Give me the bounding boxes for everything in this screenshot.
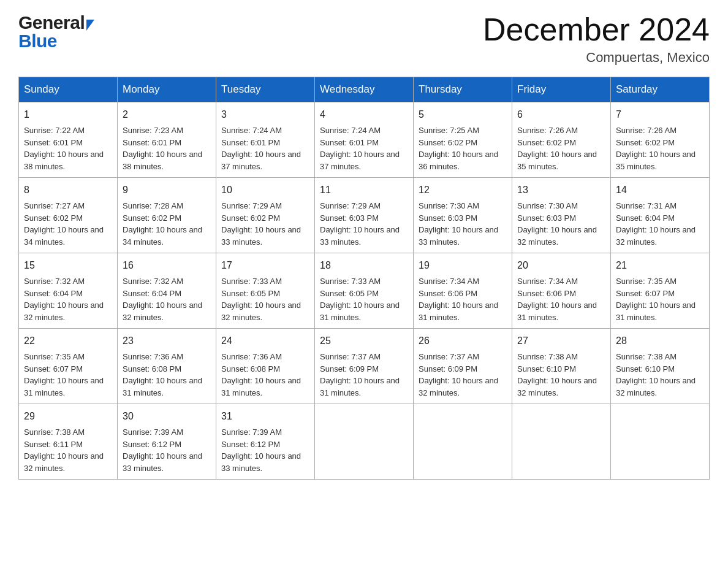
day-number: 15 (24, 258, 112, 273)
calendar-cell: 8 Sunrise: 7:27 AMSunset: 6:02 PMDayligh… (19, 178, 118, 253)
calendar-cell (315, 404, 414, 480)
day-number: 6 (517, 107, 605, 122)
logo-text: General Blue (18, 12, 94, 52)
day-number: 18 (320, 258, 408, 273)
calendar-cell: 3 Sunrise: 7:24 AMSunset: 6:01 PMDayligh… (216, 102, 315, 178)
calendar-cell: 15 Sunrise: 7:32 AMSunset: 6:04 PMDaylig… (19, 253, 118, 329)
day-info: Sunrise: 7:24 AMSunset: 6:01 PMDaylight:… (221, 126, 301, 171)
calendar-cell: 16 Sunrise: 7:32 AMSunset: 6:04 PMDaylig… (118, 253, 216, 329)
calendar-cell: 13 Sunrise: 7:30 AMSunset: 6:03 PMDaylig… (512, 178, 611, 253)
weekday-header-friday: Friday (512, 77, 611, 102)
day-number: 11 (320, 183, 408, 197)
calendar-week-row: 8 Sunrise: 7:27 AMSunset: 6:02 PMDayligh… (19, 178, 710, 253)
location: Compuertas, Mexico (483, 50, 710, 66)
day-info: Sunrise: 7:36 AMSunset: 6:08 PMDaylight:… (221, 352, 301, 397)
weekday-header-tuesday: Tuesday (216, 77, 315, 102)
calendar-cell (512, 404, 611, 480)
day-number: 24 (221, 334, 309, 348)
weekday-header-wednesday: Wednesday (315, 77, 414, 102)
day-number: 21 (616, 258, 704, 273)
day-info: Sunrise: 7:25 AMSunset: 6:02 PMDaylight:… (419, 126, 498, 171)
calendar-cell: 12 Sunrise: 7:30 AMSunset: 6:03 PMDaylig… (414, 178, 512, 253)
day-info: Sunrise: 7:37 AMSunset: 6:09 PMDaylight:… (320, 352, 400, 397)
day-number: 17 (221, 258, 309, 273)
day-info: Sunrise: 7:29 AMSunset: 6:02 PMDaylight:… (221, 201, 301, 247)
calendar-cell: 17 Sunrise: 7:33 AMSunset: 6:05 PMDaylig… (216, 253, 315, 329)
day-number: 30 (123, 409, 211, 424)
day-number: 7 (616, 107, 704, 122)
day-info: Sunrise: 7:38 AMSunset: 6:11 PMDaylight:… (24, 427, 104, 473)
day-info: Sunrise: 7:38 AMSunset: 6:10 PMDaylight:… (616, 352, 696, 397)
day-info: Sunrise: 7:34 AMSunset: 6:06 PMDaylight:… (419, 277, 498, 322)
day-number: 9 (123, 183, 211, 197)
day-info: Sunrise: 7:26 AMSunset: 6:02 PMDaylight:… (517, 126, 597, 171)
weekday-header-saturday: Saturday (611, 77, 710, 102)
calendar-week-row: 22 Sunrise: 7:35 AMSunset: 6:07 PMDaylig… (19, 329, 710, 404)
day-number: 3 (221, 107, 309, 122)
logo: General Blue (18, 12, 94, 52)
calendar-cell (611, 404, 710, 480)
calendar-cell: 1 Sunrise: 7:22 AMSunset: 6:01 PMDayligh… (19, 102, 118, 178)
calendar-cell: 6 Sunrise: 7:26 AMSunset: 6:02 PMDayligh… (512, 102, 611, 178)
calendar-cell: 18 Sunrise: 7:33 AMSunset: 6:05 PMDaylig… (315, 253, 414, 329)
day-number: 4 (320, 107, 408, 122)
day-info: Sunrise: 7:33 AMSunset: 6:05 PMDaylight:… (221, 277, 301, 322)
calendar-cell: 2 Sunrise: 7:23 AMSunset: 6:01 PMDayligh… (118, 102, 216, 178)
calendar-cell: 29 Sunrise: 7:38 AMSunset: 6:11 PMDaylig… (19, 404, 118, 480)
calendar-cell: 23 Sunrise: 7:36 AMSunset: 6:08 PMDaylig… (118, 329, 216, 404)
day-info: Sunrise: 7:39 AMSunset: 6:12 PMDaylight:… (221, 427, 301, 473)
day-number: 19 (419, 258, 507, 273)
day-info: Sunrise: 7:33 AMSunset: 6:05 PMDaylight:… (320, 277, 400, 322)
day-info: Sunrise: 7:32 AMSunset: 6:04 PMDaylight:… (24, 277, 104, 322)
day-info: Sunrise: 7:30 AMSunset: 6:03 PMDaylight:… (517, 201, 597, 247)
page-header: General Blue December 2024 Compuertas, M… (18, 12, 710, 66)
day-info: Sunrise: 7:31 AMSunset: 6:04 PMDaylight:… (616, 201, 696, 247)
logo-line1: General (18, 12, 94, 33)
day-number: 29 (24, 409, 112, 424)
day-number: 8 (24, 183, 112, 197)
day-number: 22 (24, 334, 112, 348)
calendar-cell: 7 Sunrise: 7:26 AMSunset: 6:02 PMDayligh… (611, 102, 710, 178)
day-number: 5 (419, 107, 507, 122)
day-number: 16 (123, 258, 211, 273)
calendar-cell: 30 Sunrise: 7:39 AMSunset: 6:12 PMDaylig… (118, 404, 216, 480)
day-info: Sunrise: 7:38 AMSunset: 6:10 PMDaylight:… (517, 352, 597, 397)
day-info: Sunrise: 7:22 AMSunset: 6:01 PMDaylight:… (24, 126, 104, 171)
day-info: Sunrise: 7:26 AMSunset: 6:02 PMDaylight:… (616, 126, 696, 171)
day-info: Sunrise: 7:32 AMSunset: 6:04 PMDaylight:… (123, 277, 202, 322)
calendar-week-row: 29 Sunrise: 7:38 AMSunset: 6:11 PMDaylig… (19, 404, 710, 480)
weekday-header-thursday: Thursday (414, 77, 512, 102)
day-number: 23 (123, 334, 211, 348)
calendar-cell: 4 Sunrise: 7:24 AMSunset: 6:01 PMDayligh… (315, 102, 414, 178)
calendar-cell: 24 Sunrise: 7:36 AMSunset: 6:08 PMDaylig… (216, 329, 315, 404)
day-info: Sunrise: 7:35 AMSunset: 6:07 PMDaylight:… (24, 352, 104, 397)
title-block: December 2024 Compuertas, Mexico (483, 12, 710, 66)
day-number: 10 (221, 183, 309, 197)
day-number: 20 (517, 258, 605, 273)
logo-triangle-icon (86, 20, 94, 31)
weekday-header-monday: Monday (118, 77, 216, 102)
calendar-cell: 5 Sunrise: 7:25 AMSunset: 6:02 PMDayligh… (414, 102, 512, 178)
calendar-cell: 20 Sunrise: 7:34 AMSunset: 6:06 PMDaylig… (512, 253, 611, 329)
calendar-cell: 26 Sunrise: 7:37 AMSunset: 6:09 PMDaylig… (414, 329, 512, 404)
day-number: 12 (419, 183, 507, 197)
day-number: 25 (320, 334, 408, 348)
logo-general: General (18, 12, 85, 33)
calendar-cell: 21 Sunrise: 7:35 AMSunset: 6:07 PMDaylig… (611, 253, 710, 329)
day-number: 26 (419, 334, 507, 348)
logo-blue: Blue (18, 31, 94, 52)
calendar-cell: 9 Sunrise: 7:28 AMSunset: 6:02 PMDayligh… (118, 178, 216, 253)
month-title: December 2024 (483, 12, 710, 47)
calendar-week-row: 15 Sunrise: 7:32 AMSunset: 6:04 PMDaylig… (19, 253, 710, 329)
day-info: Sunrise: 7:34 AMSunset: 6:06 PMDaylight:… (517, 277, 597, 322)
day-number: 28 (616, 334, 704, 348)
day-number: 27 (517, 334, 605, 348)
calendar-cell: 31 Sunrise: 7:39 AMSunset: 6:12 PMDaylig… (216, 404, 315, 480)
weekday-header-sunday: Sunday (19, 77, 118, 102)
day-info: Sunrise: 7:24 AMSunset: 6:01 PMDaylight:… (320, 126, 400, 171)
calendar-cell (414, 404, 512, 480)
day-info: Sunrise: 7:37 AMSunset: 6:09 PMDaylight:… (419, 352, 498, 397)
calendar-cell: 25 Sunrise: 7:37 AMSunset: 6:09 PMDaylig… (315, 329, 414, 404)
day-info: Sunrise: 7:30 AMSunset: 6:03 PMDaylight:… (419, 201, 498, 247)
day-info: Sunrise: 7:36 AMSunset: 6:08 PMDaylight:… (123, 352, 202, 397)
